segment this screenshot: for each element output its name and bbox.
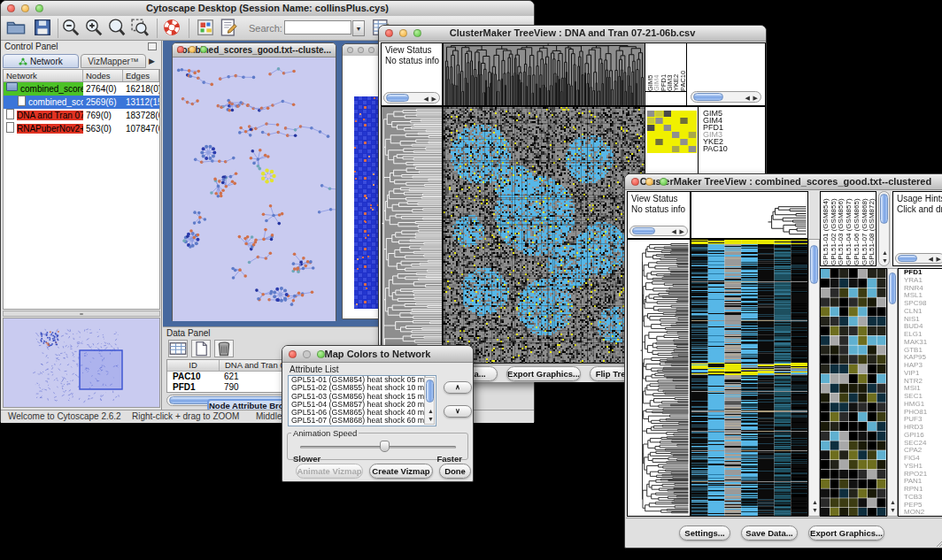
done-button[interactable]: Done	[439, 464, 471, 479]
network-name: RNAPuberNov2+	[17, 124, 83, 134]
column-header-id[interactable]: ID	[167, 360, 220, 371]
minimize-button[interactable]	[358, 47, 364, 53]
usage-hints-scrollbar[interactable]: ◀▶	[895, 253, 942, 264]
zoom-in-icon[interactable]	[84, 18, 105, 39]
data-panel-title: Data Panel	[166, 328, 210, 338]
minimize-button[interactable]	[21, 4, 29, 12]
tab-network[interactable]: Network	[3, 54, 79, 68]
file-icon	[6, 109, 14, 119]
minimize-button[interactable]	[189, 46, 196, 53]
zoom-heatmap-panel[interactable]	[820, 268, 887, 517]
column-label: GPL51-04 (GSM857)	[845, 192, 853, 265]
birdseye-view[interactable]	[3, 318, 160, 408]
labels-scrollbar[interactable]: ◀▶	[691, 91, 761, 103]
animate-vizmap-button[interactable]: Animate Vizmap	[296, 464, 363, 479]
zoom-button[interactable]	[200, 46, 207, 53]
map-colors-dialog: Map Colors to Network Attribute List GPL…	[282, 345, 474, 482]
minimize-button[interactable]	[303, 350, 311, 358]
settings-button[interactable]: Settings...	[679, 525, 730, 541]
zoom-fit-icon[interactable]	[107, 18, 128, 39]
network-list-row[interactable]: combined_sco2569(6)13112(15)	[4, 96, 159, 109]
new-page-icon[interactable]	[191, 340, 211, 357]
heatmap-panel[interactable]	[691, 239, 808, 517]
zoom-out-icon[interactable]	[61, 18, 82, 39]
tab-overflow-icon[interactable]: ▶	[149, 57, 155, 65]
dialog-titlebar[interactable]: Map Colors to Network	[282, 346, 473, 363]
network-list-row[interactable]: combined_scores2764(0)16218(0)	[4, 82, 159, 96]
close-button[interactable]	[631, 178, 639, 186]
desktop: Cytoscape Desktop (Session Name: collins…	[0, 0, 942, 560]
save-icon[interactable]	[33, 18, 54, 39]
column-dendrogram-panel[interactable]	[443, 42, 645, 106]
move-up-button[interactable]: ∧	[444, 381, 472, 394]
gene-label[interactable]: MON2	[901, 509, 942, 517]
annotation-icon[interactable]	[219, 18, 240, 39]
export-graphics-button[interactable]: Export Graphics...	[808, 525, 884, 541]
view-status-scrollbar[interactable]: ◀▶	[383, 92, 440, 104]
zoom-button[interactable]	[317, 350, 325, 358]
vizmap-icon[interactable]	[196, 18, 217, 39]
export-graphics-button[interactable]: Export Graphics...	[506, 366, 581, 381]
network-view-window[interactable]: combined_scores_good.txt--cluste...	[172, 42, 336, 321]
gene-list-scrollbar[interactable]: ▲▼	[887, 268, 898, 517]
column-label: YKE2	[673, 43, 679, 91]
zoom-button[interactable]	[368, 47, 374, 53]
treeview1-title: ClusterMaker TreeView : DNA and Tran 07-…	[450, 27, 696, 38]
attribute-list-label: Attribute List	[290, 364, 339, 374]
network-name: combined_scores	[20, 84, 83, 94]
column-labels-scrollbar[interactable]: ▲▼	[878, 191, 890, 266]
network-list-row[interactable]: DNA and Tran 07769(0)183728(0)	[4, 109, 159, 122]
cytoscape-titlebar[interactable]: Cytoscape Desktop (Session Name: collins…	[1, 1, 534, 17]
create-vizmap-button[interactable]: Create Vizmap	[369, 464, 433, 479]
network-view-titlebar[interactable]: combined_scores_good.txt--cluste...	[173, 43, 336, 58]
column-dendrogram-panel[interactable]	[691, 191, 808, 239]
zoom-button[interactable]	[413, 29, 421, 37]
move-down-button[interactable]: ∨	[444, 405, 472, 418]
network-canvas[interactable]	[173, 58, 336, 321]
panel-divider[interactable]	[3, 311, 160, 317]
close-button[interactable]	[385, 29, 393, 37]
trash-icon[interactable]	[214, 340, 234, 357]
row-dendrogram-panel[interactable]	[381, 106, 443, 364]
column-label: GIM4	[653, 43, 660, 91]
row-dendrogram-panel[interactable]	[627, 239, 691, 517]
status-hint-zoom: Right-click + drag to ZOOM	[132, 411, 239, 421]
usage-hints-panel: Usage Hints Click and drag ◀▶	[892, 191, 942, 266]
close-button[interactable]	[7, 4, 15, 12]
tab-vizmapper[interactable]: VizMapper™	[81, 54, 146, 68]
gene-list-panel: PFD1YRA1RNR4MSL1SPC98CLN1NIS1BUD4ELG1MAK…	[898, 268, 942, 517]
view-status-title: View Status	[628, 192, 690, 204]
heatmap-scrollbar[interactable]: ▲▼	[808, 239, 820, 517]
minimize-button[interactable]	[399, 29, 407, 37]
speed-slider-track[interactable]	[300, 446, 456, 449]
close-button[interactable]	[177, 46, 184, 53]
network-list-row[interactable]: RNAPuberNov2+563(0)107847(0)	[4, 122, 159, 135]
animation-speed-group: Animation Speed Slower Faster	[287, 428, 468, 460]
open-icon[interactable]	[6, 18, 27, 39]
zoom-selected-icon[interactable]	[130, 18, 151, 39]
close-button[interactable]	[347, 47, 353, 53]
zoom-button[interactable]	[660, 178, 668, 186]
attribute-list-item[interactable]: GPL51-07 (GSM868) heat shock 60 min	[289, 417, 423, 425]
column-labels-panel: GPL51-01 (GSM854)GPL51-02 (GSM855)GPL51-…	[820, 191, 876, 266]
attribute-list-scrollbar[interactable]: ▲▼	[424, 377, 435, 425]
attribute-list: GPL51-01 (GSM854) heat shock 05 minGPL51…	[288, 375, 436, 426]
file-icon	[6, 122, 14, 133]
close-button[interactable]	[289, 350, 297, 358]
float-panel-icon[interactable]	[148, 42, 157, 50]
search-dropdown-icon[interactable]: ▼	[352, 20, 365, 36]
speed-slider-thumb[interactable]	[380, 441, 390, 452]
minimize-button[interactable]	[645, 178, 653, 186]
table-grid-icon[interactable]	[168, 340, 188, 357]
heatmap-panel[interactable]	[443, 106, 645, 364]
treeview2-titlebar[interactable]: ClusterMaker TreeView : combined_scores_…	[625, 174, 942, 190]
resize-grip[interactable]	[935, 536, 942, 547]
treeview1-titlebar[interactable]: ClusterMaker TreeView : DNA and Tran 07-…	[379, 26, 766, 42]
view-status-scrollbar[interactable]: ◀▶	[629, 226, 688, 236]
help-lifering-icon[interactable]	[162, 18, 183, 39]
search-input[interactable]	[284, 20, 351, 35]
save-data-button[interactable]: Save Data...	[741, 525, 798, 541]
usage-hints-text: Click and drag	[893, 204, 942, 215]
gene-label[interactable]: PAC10	[700, 145, 762, 152]
zoom-button[interactable]	[35, 4, 43, 12]
